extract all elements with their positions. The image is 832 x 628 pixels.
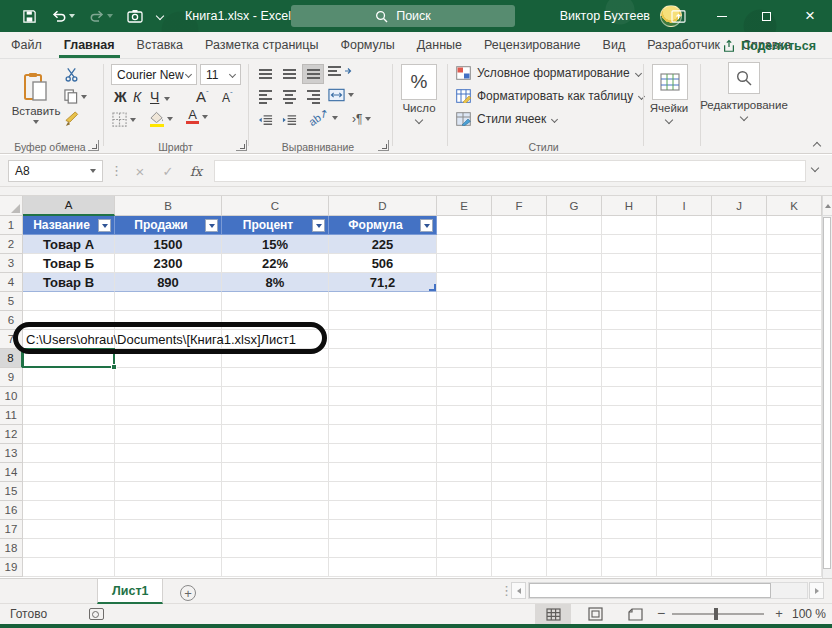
grid-cell[interactable] <box>712 216 767 235</box>
grid-cell[interactable] <box>657 558 712 577</box>
grid-cell[interactable] <box>115 406 222 425</box>
font-dialog-launcher-icon[interactable] <box>236 140 247 151</box>
tab-insert[interactable]: Вставка <box>126 32 194 58</box>
grid-cell[interactable] <box>767 482 822 501</box>
hscroll-thumb[interactable] <box>529 583 771 598</box>
table-cell-A2[interactable]: Товар А <box>23 235 115 254</box>
grid-cell[interactable] <box>547 558 602 577</box>
grid-cell[interactable] <box>767 273 822 292</box>
number-format-button[interactable]: % <box>401 64 437 100</box>
font-name-select[interactable]: Courier New <box>111 64 197 85</box>
grid-cell[interactable] <box>767 501 822 520</box>
ribbon-display-options-button[interactable] <box>656 0 700 32</box>
grid-cell[interactable] <box>437 520 492 539</box>
grid-cell[interactable] <box>657 330 712 349</box>
grid-cell[interactable] <box>115 482 222 501</box>
tab-file[interactable]: Файл <box>0 32 53 58</box>
tab-review[interactable]: Рецензирование <box>473 32 592 58</box>
grid-cell[interactable] <box>767 520 822 539</box>
name-box[interactable]: A8 <box>8 160 103 182</box>
grid-cell[interactable] <box>222 520 329 539</box>
grid-cell[interactable] <box>115 444 222 463</box>
grid-cell[interactable] <box>222 501 329 520</box>
text-direction-dropdown-icon[interactable] <box>365 117 371 121</box>
grid-cell[interactable] <box>712 330 767 349</box>
cell-styles-button[interactable]: Стили ячеек <box>456 112 557 126</box>
save-icon[interactable] <box>22 9 37 24</box>
undo-dropdown-icon[interactable] <box>69 14 75 18</box>
grid-cell[interactable] <box>602 558 657 577</box>
grid-cell[interactable] <box>602 311 657 330</box>
row-header-1[interactable]: 1 <box>0 216 23 235</box>
grid-cell[interactable] <box>222 444 329 463</box>
grid-cell[interactable] <box>602 273 657 292</box>
grid-cell[interactable] <box>437 463 492 482</box>
column-header-J[interactable]: J <box>712 196 767 216</box>
maximize-button[interactable] <box>744 0 788 32</box>
grid-cell[interactable] <box>602 444 657 463</box>
grid-cell[interactable] <box>23 292 115 311</box>
undo-button[interactable] <box>51 9 75 23</box>
redo-dropdown-icon[interactable] <box>107 14 113 18</box>
grid-cell[interactable] <box>23 539 115 558</box>
row-header-3[interactable]: 3 <box>0 254 23 273</box>
format-as-table-button[interactable]: Форматировать как таблицу <box>456 89 644 103</box>
grid-cell[interactable] <box>712 254 767 273</box>
grid-cell[interactable] <box>767 216 822 235</box>
underline-dropdown-icon[interactable] <box>164 97 170 101</box>
cancel-button[interactable]: × <box>128 160 152 182</box>
align-center-button[interactable] <box>278 87 300 107</box>
row-header-2[interactable]: 2 <box>0 235 23 254</box>
table-cell-A4[interactable]: Товар В <box>23 273 115 292</box>
grid-cell[interactable] <box>329 368 437 387</box>
orientation-dropdown-icon[interactable] <box>332 116 338 120</box>
close-button[interactable]: × <box>788 0 832 32</box>
grid-cell[interactable] <box>23 463 115 482</box>
borders-button[interactable] <box>112 112 136 127</box>
grid-cell[interactable] <box>492 330 547 349</box>
conditional-formatting-dropdown-icon[interactable] <box>635 69 642 76</box>
row-header-19[interactable]: 19 <box>0 558 23 577</box>
cells-dropdown-icon[interactable] <box>665 116 673 124</box>
grid-cell[interactable] <box>437 273 492 292</box>
filter-dropdown-icon[interactable] <box>312 219 325 232</box>
name-box-dropdown-icon[interactable] <box>90 169 96 173</box>
grid-cell[interactable] <box>222 387 329 406</box>
alignment-dialog-launcher-icon[interactable] <box>378 140 389 151</box>
grid-cell[interactable] <box>492 501 547 520</box>
grid-cell[interactable] <box>115 558 222 577</box>
underline-button[interactable]: Ч <box>150 89 159 105</box>
hscroll-right-arrow[interactable] <box>809 582 824 599</box>
grid-cell[interactable] <box>115 292 222 311</box>
align-left-button[interactable] <box>254 87 276 107</box>
grid-cell[interactable] <box>437 254 492 273</box>
grid-cell[interactable] <box>437 501 492 520</box>
grid-cell[interactable] <box>602 463 657 482</box>
grid-cell[interactable] <box>657 406 712 425</box>
row-header-13[interactable]: 13 <box>0 444 23 463</box>
format-painter-button[interactable] <box>64 111 79 127</box>
grid-cell[interactable] <box>547 368 602 387</box>
row-header-17[interactable]: 17 <box>0 520 23 539</box>
grid-cell[interactable] <box>329 425 437 444</box>
macro-record-icon[interactable] <box>89 608 104 620</box>
borders-dropdown-icon[interactable] <box>130 118 136 122</box>
sheet-tab-list1[interactable]: Лист1 <box>97 579 163 604</box>
grid-cell[interactable] <box>712 482 767 501</box>
grid-cell[interactable] <box>657 292 712 311</box>
table-cell-D2[interactable]: 225 <box>329 235 437 254</box>
grid-cell[interactable] <box>222 558 329 577</box>
orientation-button[interactable]: ab↗ <box>308 111 338 124</box>
tab-data[interactable]: Данные <box>406 32 473 58</box>
tab-home[interactable]: Главная <box>53 32 126 58</box>
grid-cell[interactable] <box>492 520 547 539</box>
grid-cell[interactable] <box>657 387 712 406</box>
grid-cell[interactable] <box>602 292 657 311</box>
table-cell-B4[interactable]: 890 <box>115 273 222 292</box>
grid-cell[interactable] <box>115 387 222 406</box>
grid-cell[interactable] <box>437 235 492 254</box>
copy-dropdown-icon[interactable] <box>81 95 87 99</box>
customize-qat-icon[interactable] <box>157 13 163 19</box>
grid-cell[interactable] <box>547 273 602 292</box>
table-cell-B2[interactable]: 1500 <box>115 235 222 254</box>
